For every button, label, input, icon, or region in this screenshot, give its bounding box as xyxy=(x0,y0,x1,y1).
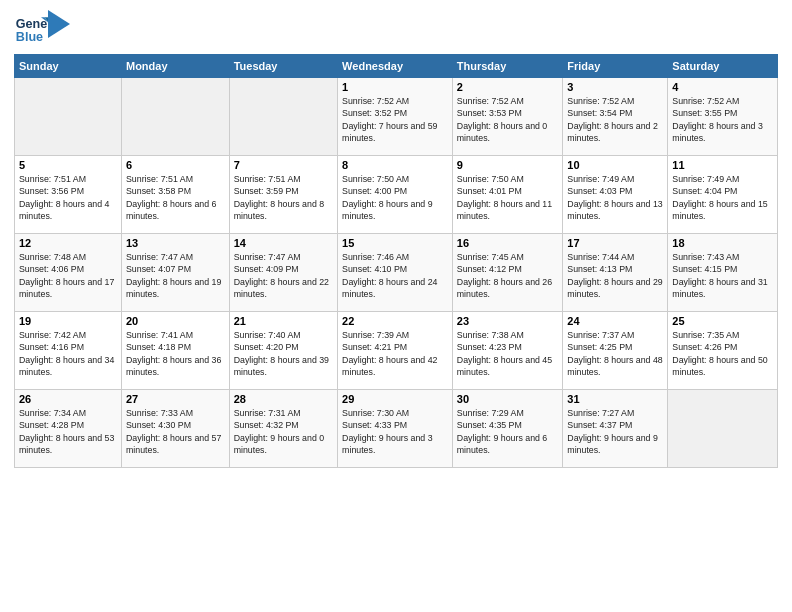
day-details: Sunrise: 7:39 AM Sunset: 4:21 PM Dayligh… xyxy=(342,329,448,378)
day-details: Sunrise: 7:42 AM Sunset: 4:16 PM Dayligh… xyxy=(19,329,117,378)
day-details: Sunrise: 7:51 AM Sunset: 3:59 PM Dayligh… xyxy=(234,173,333,222)
day-number: 27 xyxy=(126,393,225,405)
day-number: 5 xyxy=(19,159,117,171)
day-number: 3 xyxy=(567,81,663,93)
day-details: Sunrise: 7:48 AM Sunset: 4:06 PM Dayligh… xyxy=(19,251,117,300)
day-number: 31 xyxy=(567,393,663,405)
day-details: Sunrise: 7:49 AM Sunset: 4:03 PM Dayligh… xyxy=(567,173,663,222)
day-number: 6 xyxy=(126,159,225,171)
calendar-cell: 17Sunrise: 7:44 AM Sunset: 4:13 PM Dayli… xyxy=(563,234,668,312)
day-details: Sunrise: 7:35 AM Sunset: 4:26 PM Dayligh… xyxy=(672,329,773,378)
day-number: 24 xyxy=(567,315,663,327)
day-number: 9 xyxy=(457,159,559,171)
calendar-cell: 20Sunrise: 7:41 AM Sunset: 4:18 PM Dayli… xyxy=(121,312,229,390)
calendar-cell xyxy=(15,78,122,156)
day-number: 1 xyxy=(342,81,448,93)
day-details: Sunrise: 7:51 AM Sunset: 3:56 PM Dayligh… xyxy=(19,173,117,222)
page-header: General Blue xyxy=(14,10,778,46)
day-number: 19 xyxy=(19,315,117,327)
day-details: Sunrise: 7:49 AM Sunset: 4:04 PM Dayligh… xyxy=(672,173,773,222)
day-number: 17 xyxy=(567,237,663,249)
col-header-wednesday: Wednesday xyxy=(338,55,453,78)
day-details: Sunrise: 7:47 AM Sunset: 4:09 PM Dayligh… xyxy=(234,251,333,300)
day-details: Sunrise: 7:40 AM Sunset: 4:20 PM Dayligh… xyxy=(234,329,333,378)
day-details: Sunrise: 7:52 AM Sunset: 3:54 PM Dayligh… xyxy=(567,95,663,144)
day-number: 21 xyxy=(234,315,333,327)
day-details: Sunrise: 7:41 AM Sunset: 4:18 PM Dayligh… xyxy=(126,329,225,378)
day-details: Sunrise: 7:47 AM Sunset: 4:07 PM Dayligh… xyxy=(126,251,225,300)
day-number: 11 xyxy=(672,159,773,171)
day-details: Sunrise: 7:38 AM Sunset: 4:23 PM Dayligh… xyxy=(457,329,559,378)
col-header-thursday: Thursday xyxy=(452,55,563,78)
day-details: Sunrise: 7:44 AM Sunset: 4:13 PM Dayligh… xyxy=(567,251,663,300)
calendar-cell: 22Sunrise: 7:39 AM Sunset: 4:21 PM Dayli… xyxy=(338,312,453,390)
calendar-cell: 6Sunrise: 7:51 AM Sunset: 3:58 PM Daylig… xyxy=(121,156,229,234)
day-details: Sunrise: 7:43 AM Sunset: 4:15 PM Dayligh… xyxy=(672,251,773,300)
day-number: 26 xyxy=(19,393,117,405)
calendar-cell: 27Sunrise: 7:33 AM Sunset: 4:30 PM Dayli… xyxy=(121,390,229,468)
calendar-cell: 10Sunrise: 7:49 AM Sunset: 4:03 PM Dayli… xyxy=(563,156,668,234)
logo: General Blue xyxy=(14,10,70,46)
day-number: 30 xyxy=(457,393,559,405)
day-details: Sunrise: 7:31 AM Sunset: 4:32 PM Dayligh… xyxy=(234,407,333,456)
day-number: 28 xyxy=(234,393,333,405)
calendar-cell: 9Sunrise: 7:50 AM Sunset: 4:01 PM Daylig… xyxy=(452,156,563,234)
day-number: 16 xyxy=(457,237,559,249)
calendar-cell: 31Sunrise: 7:27 AM Sunset: 4:37 PM Dayli… xyxy=(563,390,668,468)
day-details: Sunrise: 7:50 AM Sunset: 4:00 PM Dayligh… xyxy=(342,173,448,222)
calendar-cell xyxy=(229,78,337,156)
svg-marker-4 xyxy=(48,10,70,38)
logo-arrow-icon xyxy=(48,10,70,38)
day-details: Sunrise: 7:27 AM Sunset: 4:37 PM Dayligh… xyxy=(567,407,663,456)
day-details: Sunrise: 7:50 AM Sunset: 4:01 PM Dayligh… xyxy=(457,173,559,222)
calendar-cell: 13Sunrise: 7:47 AM Sunset: 4:07 PM Dayli… xyxy=(121,234,229,312)
day-details: Sunrise: 7:51 AM Sunset: 3:58 PM Dayligh… xyxy=(126,173,225,222)
col-header-tuesday: Tuesday xyxy=(229,55,337,78)
day-number: 10 xyxy=(567,159,663,171)
day-number: 22 xyxy=(342,315,448,327)
calendar-cell: 12Sunrise: 7:48 AM Sunset: 4:06 PM Dayli… xyxy=(15,234,122,312)
calendar-cell: 24Sunrise: 7:37 AM Sunset: 4:25 PM Dayli… xyxy=(563,312,668,390)
col-header-friday: Friday xyxy=(563,55,668,78)
day-number: 4 xyxy=(672,81,773,93)
col-header-saturday: Saturday xyxy=(668,55,778,78)
calendar-cell: 23Sunrise: 7:38 AM Sunset: 4:23 PM Dayli… xyxy=(452,312,563,390)
day-number: 12 xyxy=(19,237,117,249)
calendar-cell: 25Sunrise: 7:35 AM Sunset: 4:26 PM Dayli… xyxy=(668,312,778,390)
logo-icon: General Blue xyxy=(14,10,50,46)
day-number: 23 xyxy=(457,315,559,327)
calendar-cell: 5Sunrise: 7:51 AM Sunset: 3:56 PM Daylig… xyxy=(15,156,122,234)
calendar-cell: 26Sunrise: 7:34 AM Sunset: 4:28 PM Dayli… xyxy=(15,390,122,468)
calendar-cell: 19Sunrise: 7:42 AM Sunset: 4:16 PM Dayli… xyxy=(15,312,122,390)
day-details: Sunrise: 7:52 AM Sunset: 3:52 PM Dayligh… xyxy=(342,95,448,144)
calendar-cell: 3Sunrise: 7:52 AM Sunset: 3:54 PM Daylig… xyxy=(563,78,668,156)
calendar-cell: 11Sunrise: 7:49 AM Sunset: 4:04 PM Dayli… xyxy=(668,156,778,234)
day-details: Sunrise: 7:34 AM Sunset: 4:28 PM Dayligh… xyxy=(19,407,117,456)
calendar-cell: 16Sunrise: 7:45 AM Sunset: 4:12 PM Dayli… xyxy=(452,234,563,312)
day-number: 7 xyxy=(234,159,333,171)
calendar-cell: 18Sunrise: 7:43 AM Sunset: 4:15 PM Dayli… xyxy=(668,234,778,312)
day-number: 25 xyxy=(672,315,773,327)
day-details: Sunrise: 7:45 AM Sunset: 4:12 PM Dayligh… xyxy=(457,251,559,300)
svg-text:Blue: Blue xyxy=(16,30,43,44)
calendar-cell: 4Sunrise: 7:52 AM Sunset: 3:55 PM Daylig… xyxy=(668,78,778,156)
calendar-cell: 28Sunrise: 7:31 AM Sunset: 4:32 PM Dayli… xyxy=(229,390,337,468)
day-details: Sunrise: 7:52 AM Sunset: 3:53 PM Dayligh… xyxy=(457,95,559,144)
calendar-cell: 8Sunrise: 7:50 AM Sunset: 4:00 PM Daylig… xyxy=(338,156,453,234)
day-details: Sunrise: 7:52 AM Sunset: 3:55 PM Dayligh… xyxy=(672,95,773,144)
calendar-cell: 14Sunrise: 7:47 AM Sunset: 4:09 PM Dayli… xyxy=(229,234,337,312)
calendar-cell: 21Sunrise: 7:40 AM Sunset: 4:20 PM Dayli… xyxy=(229,312,337,390)
col-header-sunday: Sunday xyxy=(15,55,122,78)
day-number: 14 xyxy=(234,237,333,249)
calendar-cell: 1Sunrise: 7:52 AM Sunset: 3:52 PM Daylig… xyxy=(338,78,453,156)
day-number: 18 xyxy=(672,237,773,249)
day-number: 15 xyxy=(342,237,448,249)
day-number: 8 xyxy=(342,159,448,171)
calendar-cell: 2Sunrise: 7:52 AM Sunset: 3:53 PM Daylig… xyxy=(452,78,563,156)
col-header-monday: Monday xyxy=(121,55,229,78)
day-details: Sunrise: 7:46 AM Sunset: 4:10 PM Dayligh… xyxy=(342,251,448,300)
calendar-cell: 29Sunrise: 7:30 AM Sunset: 4:33 PM Dayli… xyxy=(338,390,453,468)
day-number: 20 xyxy=(126,315,225,327)
day-number: 2 xyxy=(457,81,559,93)
calendar-cell: 15Sunrise: 7:46 AM Sunset: 4:10 PM Dayli… xyxy=(338,234,453,312)
